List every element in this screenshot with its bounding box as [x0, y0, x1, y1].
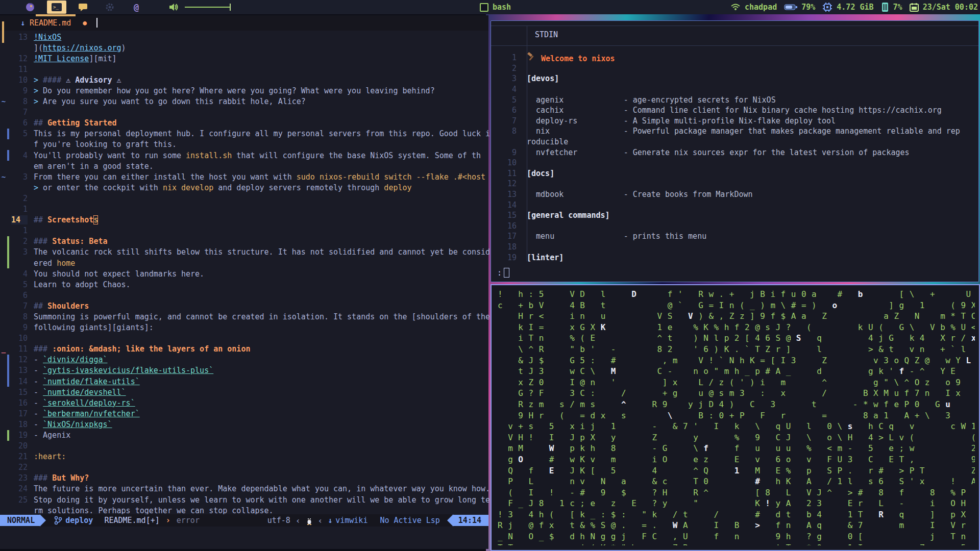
glyph-row: g O # w K v m i O e z E v 6 o v F U 3 C …: [498, 455, 975, 466]
glyph-row: c + b V 4 B t @ ` G = I n ( _ ) m \ # = …: [498, 300, 975, 312]
markdown-file-icon: ↓: [20, 18, 25, 28]
terminal-icon[interactable]: >_: [47, 1, 66, 14]
editor-line: 14## Screetshots: [0, 215, 488, 226]
pager-window[interactable]: STDIN 1Welcome to nixos23[devos]45 ageni…: [491, 20, 979, 282]
editor-line: 8Summoning is powerful magic, and cannot…: [0, 311, 488, 322]
glyph-row: m M W p k h 8 - G \ f f u u u % < m - 5 …: [498, 443, 975, 455]
line-number: 6: [11, 291, 28, 300]
line-number: 7: [11, 108, 28, 117]
line-number: 17: [11, 409, 28, 418]
line-number: 12: [11, 355, 28, 364]
editor-window[interactable]: ↓ README.md ● 13!NixOS](https://nixos.or…: [0, 15, 488, 549]
wifi-icon: [730, 3, 741, 11]
editor-line: 3The volcanic rock still shifts below th…: [0, 247, 488, 258]
window-title-label: bash: [493, 3, 511, 12]
pager-line: 5 agenix - age-encrypted secrets for Nix…: [491, 94, 978, 105]
editor-line: em aren't in a good state.: [0, 161, 488, 171]
prompt-colon: :: [497, 268, 502, 278]
glyph-row: T T r : n + j ( K * " b y Z B v e w ' T …: [498, 543, 975, 545]
mode-badge: NORMAL: [0, 515, 40, 526]
editor-line: 2: [0, 193, 488, 204]
editor-line: 5This is my personal deployment hub. I c…: [0, 129, 488, 139]
hammer-icon: [527, 52, 536, 61]
pager-content: 1Welcome to nixos23[devos]45 agenix - ag…: [491, 53, 978, 263]
volume-slider-handle[interactable]: [230, 4, 231, 11]
line-number: 24: [11, 484, 28, 493]
editor-line: 14- `numtide/flake-utils`: [0, 376, 488, 387]
top-bar: >_@ bash chadpad79%4.72 GiB7%23/Sat 00:0…: [0, 0, 980, 14]
editor-line: 1: [0, 204, 488, 215]
editor-line: 12!MIT License][mit]: [0, 53, 488, 64]
focused-window-title: bash: [480, 0, 511, 14]
editor-line: 11: [0, 64, 488, 74]
editor-line: 20: [0, 441, 488, 452]
status-calendar: 23/Sat 00:02: [910, 3, 978, 12]
editor-line: ~8> Are you sure you want to go down thi…: [0, 96, 488, 107]
editor-line: 10: [0, 333, 488, 344]
glyph-row: \ ^ R " b ' - 8 2 ' 6 ) K . ` T Z r ] l …: [498, 344, 975, 356]
editor-line: 5Learn to adopt Chaos.: [0, 279, 488, 290]
line-number: 4: [11, 151, 28, 160]
at-icon[interactable]: @: [127, 1, 146, 14]
chat-icon[interactable]: [74, 1, 93, 14]
editor-line: 19- Agenix: [0, 430, 488, 440]
editor-tab-bar: ↓ README.md ●: [0, 15, 488, 31]
editor-line: 6## Getting Started: [0, 118, 488, 129]
line-number: 5: [11, 280, 28, 289]
editor-line: _11### :onion: &mdash; like the layers o…: [0, 344, 488, 355]
glyph-row: v + s 5 x i j 1 - & 7 ' I k \ q U l 0 \ …: [498, 421, 975, 433]
launcher-icons: >_@: [20, 1, 146, 14]
glyph-row: ! h : 5 V D l D f ' R w . + j B i f u 0 …: [498, 289, 975, 300]
volume-slider[interactable]: [185, 7, 230, 8]
line-number: 21: [11, 452, 28, 461]
matrix-terminal-window[interactable]: ! h : 5 V D l D f ' R w . + j B i f u 0 …: [491, 284, 980, 551]
line-number: 16: [11, 398, 28, 408]
powerline-arrow: [447, 514, 453, 527]
firefox-icon[interactable]: [20, 1, 40, 14]
battery-icon: [784, 4, 797, 11]
editor-line: > or enter the cockpit with nix develop …: [0, 182, 488, 193]
ram-icon: [881, 2, 889, 12]
glyph-row: & J $ G 5 : # , m V ! ` N h K = [ I 3 Z …: [498, 356, 975, 367]
status-battery: 79%: [784, 3, 815, 12]
pager-prompt[interactable]: :: [497, 268, 509, 278]
editor-line: 4You'll probably want to run some instal…: [0, 150, 488, 161]
active-tab-accent: [36, 14, 76, 16]
editor-line: 7: [0, 107, 488, 118]
glyph-row: i T n % ( E ^ t ) N l p 2 [ 4 6 S @ S q …: [498, 333, 975, 344]
line-number: 15: [11, 388, 28, 397]
glyph-row: t J 3 w C \ M C - n o " m h _ p # A _ d …: [498, 366, 975, 378]
calendar-icon: [910, 3, 919, 12]
line-number: 8: [11, 97, 28, 106]
status-battery-value: 79%: [801, 3, 815, 12]
pager-line: 9 nvfetcher - Generate nix sources expr …: [491, 147, 978, 158]
pager-rule-top: [491, 26, 978, 26]
speaker-icon: [168, 3, 180, 12]
line-number: 23: [11, 473, 28, 483]
glyph-row: ( I ! - # 9 $ ? H R ^ [ 8 L V J ^ > # 8 …: [498, 488, 975, 499]
gear-icon[interactable]: [100, 1, 119, 14]
line-number: 9: [11, 323, 28, 332]
line-number: 14: [11, 215, 28, 224]
glyph-row: Q f E J K [ 5 4 ^ Q 1 M E % p S P . r # …: [498, 466, 975, 477]
pager-line: roducible: [491, 137, 978, 147]
pager-line: 15[general commands]: [491, 210, 978, 221]
pager-line: 12: [491, 179, 978, 189]
pager-cursor: [504, 268, 509, 278]
lsp-status-label: No Active Lsp: [380, 516, 439, 525]
status-cpu: 4.72 GiB: [822, 2, 873, 12]
tab-readme[interactable]: ↓ README.md ●: [20, 18, 97, 28]
powerline-arrow: [40, 514, 46, 527]
glyph-row: x Z 0 I @ n ' ] x L / z ( ' ) i m ^ g " …: [498, 378, 975, 389]
pager-line: 7 deploy-rs - A Simple multi-profile Nix…: [491, 116, 978, 127]
pager-line: 16: [491, 221, 978, 232]
pager-line: 4: [491, 84, 978, 95]
pager-line: 6 cachix - Command line client for Nix b…: [491, 105, 978, 116]
line-number: 13: [11, 366, 28, 375]
chevron-separator: ›: [166, 516, 170, 525]
volume-control[interactable]: [168, 3, 230, 12]
glyph-row: V H ! I J p X y Z y % 9 C J \ o \ H 4 > …: [498, 433, 975, 444]
line-number: 11: [11, 65, 28, 74]
status-calendar-value: 23/Sat 00:02: [923, 3, 978, 12]
editor-buffer[interactable]: 13!NixOS](https://nixos.org)12!MIT Licen…: [0, 32, 488, 516]
